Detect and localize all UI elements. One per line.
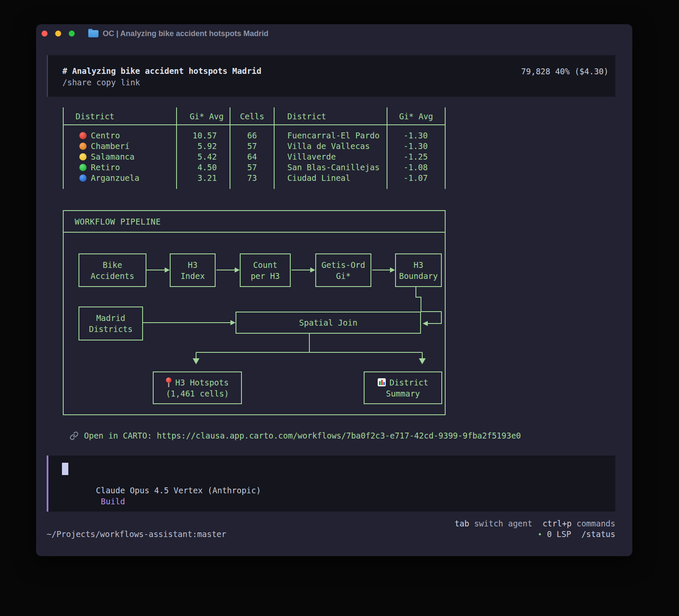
- table-cell: Villaverde: [275, 152, 387, 162]
- carto-link-line: Open in CARTO: https://clausa.app.carto.…: [70, 431, 521, 440]
- token-cost-stats: 79,828 40% ($4.30): [521, 66, 609, 77]
- hint-key-tab: tab: [455, 519, 469, 528]
- table-cell: 5.92: [177, 141, 230, 152]
- table-col-cells: Cells 66 57 64 57 73: [230, 107, 274, 189]
- table-cell: 64: [230, 152, 274, 162]
- terminal-window: OC | Analyzing bike accident hotspots Ma…: [36, 24, 632, 556]
- session-header: # Analyzing bike accident hotspots Madri…: [47, 55, 615, 97]
- table-cell: Ciudad Lineal: [275, 173, 387, 183]
- table-cell: -1.25: [387, 152, 445, 162]
- node-spatial-join: Spatial Join: [236, 312, 421, 334]
- lsp-status-dot: •: [538, 530, 542, 539]
- model-name: Claude Opus 4.5 Vertex (Anthropic): [96, 485, 261, 496]
- lsp-count: 0 LSP: [542, 529, 571, 539]
- table-col-district-left: District Centro Chamberí Salamanca Retir…: [63, 107, 176, 189]
- node-madrid-districts: Madrid Districts: [79, 307, 143, 340]
- node-district-summary: District Summary: [364, 371, 442, 404]
- yellow-circle-icon: [79, 153, 87, 160]
- hint-label-commands: commands: [572, 519, 615, 528]
- table-cell: -1.07: [387, 173, 445, 183]
- table-cell: 73: [230, 173, 274, 183]
- blue-circle-icon: [79, 174, 87, 182]
- table-cell: 4.50: [177, 162, 230, 173]
- desktop: OC | Analyzing bike accident hotspots Ma…: [0, 0, 679, 616]
- table-cell: 10.57: [177, 130, 230, 141]
- bar-chart-icon: [378, 378, 386, 386]
- table-col-district-right: District Fuencarral-El Pardo Villa de Va…: [274, 107, 387, 189]
- model-line: Build Claude Opus 4.5 Vertex (Anthropic): [62, 485, 125, 529]
- project-path: ~/Projects/workflows-assistant:master: [47, 529, 226, 540]
- carto-url: https://clausa.app.carto.com/workflows/7…: [157, 431, 521, 440]
- table-cell: -1.30: [387, 130, 445, 141]
- column-header: District: [64, 107, 176, 125]
- column-header: Gi* Avg: [387, 107, 445, 125]
- green-circle-icon: [79, 164, 87, 171]
- table-row: Centro: [64, 130, 176, 141]
- node-getis-ord-gi: Getis-Ord Gi*: [315, 253, 371, 287]
- table-cell: San Blas-Canillejas: [275, 162, 387, 173]
- table-row: Retiro: [64, 162, 176, 173]
- table-row: Salamanca: [64, 152, 176, 162]
- prompt-input[interactable]: Build Claude Opus 4.5 Vertex (Anthropic): [47, 456, 615, 512]
- table-row: Arganzuela: [64, 173, 176, 183]
- node-h3-index: H3 Index: [170, 253, 216, 287]
- folder-icon: [88, 30, 98, 37]
- hotspots-cell-count: (1,461 cells): [166, 388, 229, 399]
- workflow-pipeline-panel: WORKFLOW PIPELINE: [63, 210, 446, 415]
- table-cell: 57: [230, 141, 274, 152]
- districts-table: District Centro Chamberí Salamanca Retir…: [63, 107, 446, 189]
- minimize-button[interactable]: [55, 31, 61, 37]
- link-icon: [70, 431, 79, 440]
- table-cell: 3.21: [177, 173, 230, 183]
- node-count-per-h3: Count per H3: [240, 253, 291, 287]
- node-h3-boundary: H3 Boundary: [395, 253, 442, 287]
- status-right: • 0 LSP/status: [538, 529, 615, 540]
- session-title: # Analyzing bike accident hotspots Madri…: [62, 65, 261, 76]
- table-row: Chamberí: [64, 141, 176, 152]
- orange-circle-icon: [79, 143, 87, 150]
- text-cursor: [62, 463, 68, 475]
- column-header: District: [275, 107, 387, 125]
- hint-label-switch-agent: switch agent: [469, 519, 533, 528]
- table-cell: Fuencarral-El Pardo: [275, 130, 387, 141]
- carto-url-text[interactable]: Open in CARTO: https://clausa.app.carto.…: [84, 431, 521, 440]
- table-cell: -1.08: [387, 162, 445, 173]
- titlebar: OC | Analyzing bike accident hotspots Ma…: [36, 24, 632, 43]
- table-cell: 5.42: [177, 152, 230, 162]
- status-command-hint[interactable]: /status: [581, 529, 615, 539]
- node-bike-accidents: Bike Accidents: [79, 253, 146, 287]
- table-cell: -1.30: [387, 141, 445, 152]
- agent-mode-badge[interactable]: Build: [101, 497, 125, 506]
- red-circle-icon: [79, 132, 87, 139]
- table-cell: Villa de Vallecas: [275, 141, 387, 152]
- node-h3-hotspots: H3 Hotspots (1,461 cells): [153, 371, 242, 404]
- share-command-hint[interactable]: /share copy link: [62, 77, 140, 88]
- zoom-button[interactable]: [69, 31, 75, 37]
- table-cell: 66: [230, 130, 274, 141]
- hint-key-ctrl-p: ctrl+p: [542, 519, 572, 528]
- window-title: OC | Analyzing bike accident hotspots Ma…: [103, 29, 268, 38]
- column-header: Gi* Avg: [177, 107, 230, 125]
- close-button[interactable]: [42, 31, 48, 37]
- table-col-gi-right: Gi* Avg -1.30 -1.30 -1.25 -1.08 -1.07: [387, 107, 446, 189]
- pushpin-icon: [166, 377, 171, 388]
- pipeline-diagram: Bike Accidents H3 Index Count per H3 Get…: [64, 233, 445, 413]
- column-header: Cells: [230, 107, 274, 125]
- table-col-gi-left: Gi* Avg 10.57 5.92 5.42 4.50 3.21: [176, 107, 230, 189]
- table-cell: 57: [230, 162, 274, 173]
- pipeline-title: WORKFLOW PIPELINE: [64, 211, 445, 233]
